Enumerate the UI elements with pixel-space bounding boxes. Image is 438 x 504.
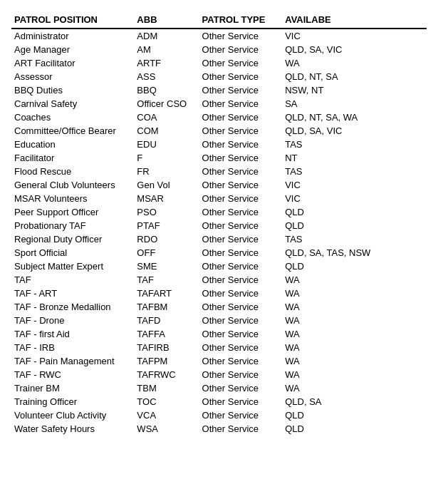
cell-abb: ADM	[134, 29, 199, 43]
cell-type: Other Service	[199, 43, 283, 56]
cell-avail: VIC	[282, 178, 427, 192]
cell-abb: RDO	[134, 232, 199, 246]
table-row: Training OfficerTOCOther ServiceQLD, SA	[11, 395, 427, 408]
cell-type: Other Service	[199, 314, 283, 327]
cell-abb: Officer CSO	[134, 97, 199, 110]
table-row: Trainer BMTBMOther ServiceWA	[11, 381, 427, 395]
cell-avail: QLD	[282, 259, 427, 273]
cell-position: TAF - ART	[11, 287, 134, 300]
cell-position: ART Facilitator	[11, 56, 134, 70]
patrol-positions-table: PATROL POSITION ABB PATROL TYPE AVAILABE…	[11, 11, 427, 436]
cell-type: Other Service	[199, 29, 283, 43]
cell-type: Other Service	[199, 178, 283, 192]
cell-abb: TAF	[134, 273, 199, 287]
cell-avail: QLD	[282, 219, 427, 232]
cell-abb: ARTF	[134, 56, 199, 70]
cell-abb: F	[134, 151, 199, 165]
cell-position: Age Manager	[11, 43, 134, 56]
cell-position: Flood Rescue	[11, 165, 134, 178]
cell-type: Other Service	[199, 205, 283, 219]
header-abb: ABB	[134, 11, 199, 29]
table-row: Probationary TAFPTAFOther ServiceQLD	[11, 219, 427, 232]
cell-type: Other Service	[199, 287, 283, 300]
cell-avail: QLD, SA, TAS, NSW	[282, 246, 427, 259]
header-avail: AVAILABE	[282, 11, 427, 29]
cell-position: Training Officer	[11, 395, 134, 408]
cell-avail: VIC	[282, 192, 427, 205]
cell-position: Regional Duty Officer	[11, 232, 134, 246]
table-row: Peer Support OfficerPSOOther ServiceQLD	[11, 205, 427, 219]
table-row: TAFTAFOther ServiceWA	[11, 273, 427, 287]
cell-avail: QLD	[282, 422, 427, 436]
cell-position: TAF	[11, 273, 134, 287]
cell-type: Other Service	[199, 259, 283, 273]
table-row: Water Safety HoursWSAOther ServiceQLD	[11, 422, 427, 436]
cell-type: Other Service	[199, 192, 283, 205]
cell-abb: Gen Vol	[134, 178, 199, 192]
cell-abb: TAFPM	[134, 354, 199, 368]
cell-avail: QLD, NT, SA, WA	[282, 110, 427, 124]
table-row: AdministratorADMOther ServiceVIC	[11, 29, 427, 43]
cell-abb: TAFRWC	[134, 368, 199, 381]
table-row: Flood RescueFROther ServiceTAS	[11, 165, 427, 178]
cell-position: TAF - Bronze Medallion	[11, 300, 134, 314]
table-row: TAF - IRBTAFIRBOther ServiceWA	[11, 341, 427, 354]
cell-abb: OFF	[134, 246, 199, 259]
cell-abb: ASS	[134, 70, 199, 83]
cell-avail: TAS	[282, 165, 427, 178]
cell-type: Other Service	[199, 138, 283, 151]
cell-avail: WA	[282, 341, 427, 354]
cell-abb: EDU	[134, 138, 199, 151]
cell-abb: TAFIRB	[134, 341, 199, 354]
table-row: Age ManagerAMOther ServiceQLD, SA, VIC	[11, 43, 427, 56]
cell-abb: AM	[134, 43, 199, 56]
cell-abb: COM	[134, 124, 199, 138]
cell-type: Other Service	[199, 422, 283, 436]
cell-avail: VIC	[282, 29, 427, 43]
cell-position: Peer Support Officer	[11, 205, 134, 219]
cell-position: TAF - IRB	[11, 341, 134, 354]
cell-type: Other Service	[199, 83, 283, 97]
cell-abb: SME	[134, 259, 199, 273]
cell-type: Other Service	[199, 232, 283, 246]
table-row: AssessorASSOther ServiceQLD, NT, SA	[11, 70, 427, 83]
cell-avail: WA	[282, 327, 427, 341]
cell-avail: WA	[282, 300, 427, 314]
cell-avail: NT	[282, 151, 427, 165]
cell-abb: TAFBM	[134, 300, 199, 314]
cell-avail: WA	[282, 314, 427, 327]
cell-type: Other Service	[199, 368, 283, 381]
cell-avail: QLD, SA	[282, 395, 427, 408]
table-row: Regional Duty OfficerRDOOther ServiceTAS	[11, 232, 427, 246]
table-row: MSAR VolunteersMSAROther ServiceVIC	[11, 192, 427, 205]
cell-type: Other Service	[199, 124, 283, 138]
cell-avail: QLD, SA, VIC	[282, 43, 427, 56]
cell-avail: WA	[282, 368, 427, 381]
cell-abb: TAFART	[134, 287, 199, 300]
cell-position: General Club Volunteers	[11, 178, 134, 192]
cell-abb: PTAF	[134, 219, 199, 232]
table-row: Subject Matter ExpertSMEOther ServiceQLD	[11, 259, 427, 273]
cell-abb: COA	[134, 110, 199, 124]
cell-abb: VCA	[134, 408, 199, 422]
table-row: CoachesCOAOther ServiceQLD, NT, SA, WA	[11, 110, 427, 124]
table-row: ART FacilitatorARTFOther ServiceWA	[11, 56, 427, 70]
cell-avail: WA	[282, 381, 427, 395]
cell-position: Education	[11, 138, 134, 151]
cell-position: Assessor	[11, 70, 134, 83]
cell-avail: QLD, NT, SA	[282, 70, 427, 83]
cell-type: Other Service	[199, 395, 283, 408]
cell-avail: QLD	[282, 408, 427, 422]
cell-type: Other Service	[199, 327, 283, 341]
cell-avail: NSW, NT	[282, 83, 427, 97]
header-type: PATROL TYPE	[199, 11, 283, 29]
cell-type: Other Service	[199, 408, 283, 422]
table-row: BBQ DutiesBBQOther ServiceNSW, NT	[11, 83, 427, 97]
table-row: Sport OfficialOFFOther ServiceQLD, SA, T…	[11, 246, 427, 259]
cell-position: Probationary TAF	[11, 219, 134, 232]
table-row: FacilitatorFOther ServiceNT	[11, 151, 427, 165]
table-row: Committee/Office BearerCOMOther ServiceQ…	[11, 124, 427, 138]
cell-position: TAF - RWC	[11, 368, 134, 381]
cell-position: Administrator	[11, 29, 134, 43]
cell-position: Facilitator	[11, 151, 134, 165]
